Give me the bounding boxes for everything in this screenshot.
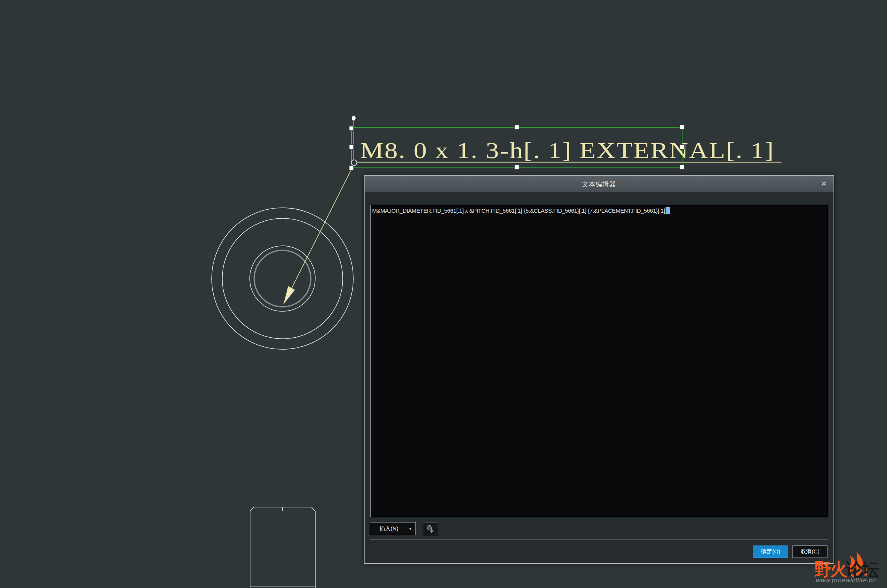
editor-text: M&MAJOR_DIAMETER:FID_5661[.1] x &PITCH:F… — [372, 207, 665, 214]
circle-counterbore[interactable] — [222, 218, 343, 339]
part-outline[interactable] — [250, 507, 315, 588]
insert-button-label: 插入(N) — [379, 525, 398, 532]
thread-note-text[interactable]: M8. 0 x 1. 3-h[. 1] EXTERNAL[. 1] — [360, 137, 774, 163]
dialog-titlebar[interactable]: 文本编辑器 ✕ — [365, 176, 834, 192]
leader-arrow-icon — [284, 286, 295, 304]
hole-circles — [212, 208, 353, 349]
handle-top-right[interactable] — [680, 125, 684, 129]
note-text-editor-input[interactable]: M&MAJOR_DIAMETER:FID_5661[.1] x &PITCH:F… — [370, 205, 828, 517]
chevron-down-icon: ▼ — [409, 527, 412, 531]
handle-top-mid[interactable] — [514, 125, 519, 129]
handle-bottom-right[interactable] — [680, 165, 684, 169]
leader-attach-point[interactable] — [351, 160, 357, 166]
dialog-title: 文本编辑器 — [582, 180, 616, 189]
ok-button[interactable]: 确定(O) — [753, 545, 788, 558]
text-editor-dialog: 文本编辑器 ✕ M&MAJOR_DIAMETER:FID_5661[.1] x … — [364, 175, 834, 564]
text-symbol-button[interactable] — [423, 522, 438, 536]
drag-point-handle[interactable] — [352, 116, 356, 121]
handle-bottom-left[interactable] — [349, 166, 354, 170]
close-icon[interactable]: ✕ — [819, 180, 828, 189]
ok-button-label: 确定(O) — [761, 548, 780, 555]
circle-outer[interactable] — [212, 208, 353, 349]
symbol-palette-icon — [426, 524, 435, 534]
circle-minor[interactable] — [254, 250, 311, 307]
handle-right-mid[interactable] — [680, 145, 684, 149]
text-cursor — [666, 207, 670, 214]
handle-left-mid[interactable] — [349, 145, 354, 149]
cancel-button-label: 取消(C) — [800, 548, 820, 555]
footer-separator — [370, 539, 828, 540]
handle-top-left[interactable] — [349, 126, 354, 131]
handle-bottom-mid[interactable] — [514, 165, 519, 169]
circle-thread[interactable] — [250, 246, 315, 311]
cancel-button[interactable]: 取消(C) — [792, 545, 827, 558]
insert-dropdown-button[interactable]: 插入(N) ▼ — [370, 522, 416, 535]
